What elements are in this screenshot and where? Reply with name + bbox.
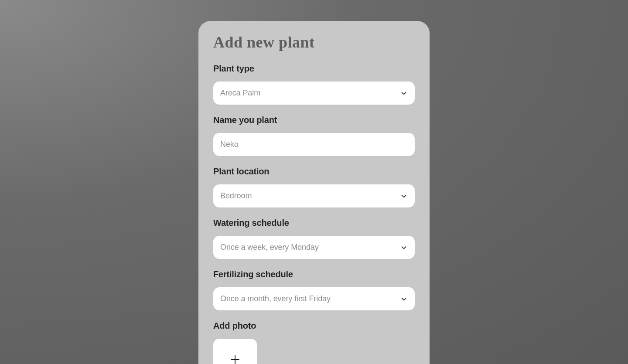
fertilizing-schedule-value: Once a month, every first Friday [220,294,331,303]
watering-schedule-select[interactable]: Once a week, every Monday [213,236,415,259]
plant-location-field: Plant location Bedroom [213,167,415,208]
plant-type-value: Areca Palm [220,88,260,98]
plant-location-select[interactable]: Bedroom [213,184,415,208]
add-photo-field: Add photo [213,321,415,364]
watering-schedule-value: Once a week, every Monday [220,243,319,252]
plant-name-field: Name you plant Neko [213,115,415,156]
plant-type-select[interactable]: Areca Palm [213,82,415,105]
fertilizing-schedule-select[interactable]: Once a month, every first Friday [213,287,415,310]
plant-location-value: Bedroom [220,191,252,201]
add-photo-label: Add photo [213,321,415,331]
watering-schedule-field: Watering schedule Once a week, every Mon… [213,218,415,259]
add-plant-modal: Add new plant Plant type Areca Palm Name… [198,21,430,364]
chevron-down-icon [401,193,407,199]
plant-name-label: Name you plant [213,115,415,125]
watering-schedule-label: Watering schedule [213,218,415,228]
plant-type-field: Plant type Areca Palm [213,64,415,105]
chevron-down-icon [401,90,407,96]
plus-icon [230,355,240,364]
chevron-down-icon [401,245,407,251]
add-photo-button[interactable] [213,339,257,364]
plant-name-input[interactable]: Neko [213,133,415,156]
modal-title: Add new plant [213,33,415,51]
fertilizing-schedule-label: Fertilizing schedule [213,269,415,279]
plant-name-value: Neko [220,140,239,149]
plant-type-label: Plant type [213,64,415,74]
chevron-down-icon [401,296,407,302]
fertilizing-schedule-field: Fertilizing schedule Once a month, every… [213,269,415,310]
plant-location-label: Plant location [213,167,415,177]
